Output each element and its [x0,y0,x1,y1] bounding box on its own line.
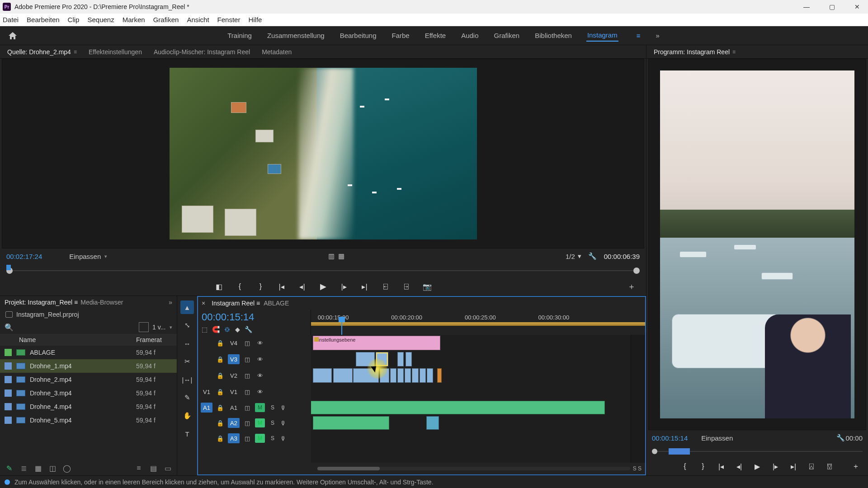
freeform-view-icon[interactable]: ◫ [48,464,57,473]
step-forward-button[interactable]: |▸ [769,460,781,472]
slip-tool[interactable]: |↔| [180,373,194,386]
mark-in-icon[interactable]: { [679,460,691,472]
track-header-v4[interactable]: 🔒 V4 ◫ 👁 [198,335,311,351]
timeline-clip[interactable] [397,352,404,366]
track-target[interactable]: A2 [228,418,240,428]
track-header-a1[interactable]: A1 🔒 A1 ◫ M S 🎙 [198,400,311,415]
source-patch-v1[interactable]: V1 [201,387,212,397]
mute-button[interactable]: M [255,434,265,443]
project-tab-mediabrowser[interactable]: Media-Browser [80,299,123,306]
lock-icon[interactable]: 🔒 [215,387,225,397]
source-patch[interactable] [201,354,212,364]
mark-out-icon[interactable]: } [697,460,709,472]
mark-in-icon[interactable]: { [234,280,246,293]
col-name[interactable]: Name [19,336,132,343]
mute-button[interactable]: M [255,418,265,427]
timeline-tab-ablage[interactable]: ABLAGE [264,300,289,307]
source-overwrite-icon[interactable]: ▦ [336,251,346,261]
panel-menu-icon[interactable]: ≡ [732,49,736,55]
timeline-clip[interactable] [356,352,375,366]
home-icon[interactable] [6,29,19,42]
source-in-timecode[interactable]: 00:02:17:24 [6,253,42,260]
close-sequence-icon[interactable]: × [202,300,205,307]
play-button[interactable]: ▶ [317,280,330,293]
source-patch[interactable]: A1 [201,403,212,413]
sync-lock-icon[interactable]: ◫ [242,354,252,364]
track-target[interactable]: V2 [228,371,240,380]
linked-selection-icon[interactable]: ⯐ [224,326,231,333]
timeline-tab-instagram-reel[interactable]: Instagram Reel ≡ [212,300,260,307]
window-minimize-button[interactable]: — [796,0,817,14]
marker-icon[interactable]: ◆ [235,326,240,333]
source-patch[interactable] [201,371,212,380]
timeline-clip[interactable] [397,368,404,383]
timeline-clip[interactable] [313,368,332,383]
panel-menu-icon[interactable]: ≡ [74,49,77,55]
workspace-tab-training[interactable]: Training [226,30,253,41]
go-to-in-button[interactable]: |◂ [715,460,727,472]
pen-tool[interactable]: ✎ [180,391,194,404]
col-framerate[interactable]: Framerat [136,336,172,343]
workspace-tab-instagram[interactable]: Instagram [586,29,618,42]
wrench-icon[interactable]: 🔧 [835,433,845,443]
track-target[interactable]: V4 [228,338,240,348]
source-tab-metadaten[interactable]: Metadaten [259,47,294,57]
mark-out-icon[interactable]: } [255,280,267,293]
timeline-clip[interactable] [353,368,379,383]
lock-icon[interactable]: 🔒 [215,433,225,443]
window-maximize-button[interactable]: ▢ [821,0,843,14]
workspace-tab-bibliotheken[interactable]: Bibliotheken [534,30,573,41]
source-patch[interactable] [201,418,212,428]
workspace-tab-audio[interactable]: Audio [460,30,479,41]
clip-adjustment-layer[interactable]: Einstellungsebene [313,336,441,350]
source-patch[interactable] [201,433,212,443]
chevron-down-icon[interactable]: ▾ [170,324,172,330]
type-tool[interactable]: T [180,427,194,441]
timeline-clip[interactable] [390,368,396,383]
track-header-a2[interactable]: 🔒 A2 ◫ M S 🎙 [198,415,311,431]
source-tab-quelle[interactable]: Quelle: Drohne_2.mp4 ≡ [5,47,80,57]
track-select-tool[interactable]: ⤡ [180,319,194,332]
sync-lock-icon[interactable]: ◫ [242,387,252,397]
project-item-drohne4[interactable]: Drohne_4.mp4 59,94 f [0,400,177,413]
menu-sequenz[interactable]: Sequenz [87,16,114,23]
go-to-out-button[interactable]: ▸| [359,280,371,293]
timeline-audio-clip[interactable] [426,416,439,430]
program-scrub-bar[interactable] [652,446,863,457]
automate-icon[interactable]: ▤ [149,464,158,473]
source-tab-effekteinstellungen[interactable]: Effekteinstellungen [86,47,145,57]
extract-button[interactable]: ⍔ [824,460,835,472]
program-viewport[interactable] [648,59,866,430]
workspace-overflow-icon[interactable]: » [656,32,659,39]
timeline-audio-clip[interactable] [311,401,605,414]
timeline-clip[interactable] [412,368,418,383]
workspace-tab-bearbeitung[interactable]: Bearbeitung [339,30,377,41]
sync-lock-icon[interactable]: ◫ [242,338,252,348]
menu-hilfe[interactable]: Hilfe [248,16,262,23]
eye-icon[interactable]: 👁 [255,371,265,380]
workspace-menu-icon[interactable]: ≡ [636,30,642,41]
ripple-tool[interactable]: ↔ [180,337,194,350]
source-viewport[interactable] [2,59,644,249]
workspace-tab-farbe[interactable]: Farbe [391,30,410,41]
step-back-button[interactable]: ◂| [733,460,745,472]
project-item-drohne3[interactable]: Drohne_3.mp4 59,94 f [0,386,177,400]
timeline-ruler[interactable]: 00:00:15:00 00:00:20:00 00:00:25:00 00:0… [311,310,645,335]
menu-grafiken[interactable]: Grafiken [153,16,179,23]
sort-icon[interactable]: ≡ [134,464,143,473]
hand-tool[interactable]: ✋ [180,409,194,422]
timeline-zoom-bar[interactable]: S S [198,463,645,474]
workspace-tab-effekte[interactable]: Effekte [424,30,447,41]
chevron-down-icon[interactable]: ▾ [104,253,107,259]
timeline-clip[interactable] [420,368,426,383]
sync-lock-icon[interactable]: ◫ [242,433,252,443]
mute-button[interactable]: M [255,403,265,412]
zoom-slider-icon[interactable]: ◯ [62,464,71,473]
find-icon[interactable]: ▭ [163,464,172,473]
nest-toggle-icon[interactable]: ⬚ [202,326,208,333]
project-view-toggle-icon[interactable] [139,322,149,332]
program-tab[interactable]: Programm: Instagram Reel ≡ [651,47,738,57]
timeline-audio-clip[interactable] [313,416,390,430]
panel-overflow-icon[interactable]: » [169,299,172,306]
step-back-button[interactable]: ◂| [296,280,309,293]
